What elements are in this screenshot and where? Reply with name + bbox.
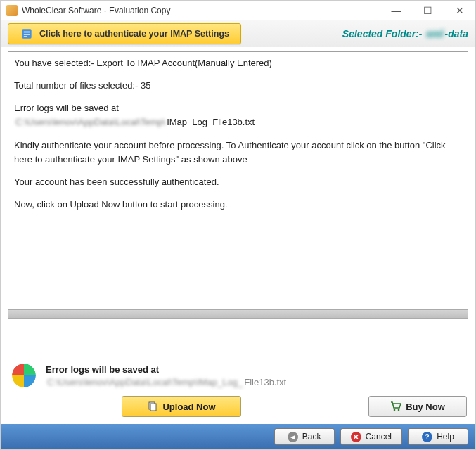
- back-icon: ◄: [288, 432, 298, 442]
- svg-rect-5: [150, 404, 156, 411]
- selected-folder-value: -data: [445, 28, 468, 39]
- bottom-path-blur: C:\Users\lenov\AppData\Local\Temp\IMap_L…: [46, 377, 244, 387]
- back-button[interactable]: ◄ Back: [274, 428, 335, 445]
- svg-rect-1: [24, 32, 30, 33]
- action-row: Upload Now Buy Now: [1, 390, 475, 424]
- authenticate-label: Click here to authenticate your IMAP Set…: [39, 29, 229, 39]
- app-icon: [6, 5, 18, 16]
- upload-icon: [147, 401, 158, 412]
- log-line-instruction: Kindly authenticate your account before …: [14, 139, 462, 167]
- upload-label: Upload Now: [162, 401, 215, 412]
- pie-chart-icon: [12, 364, 36, 387]
- buy-now-button[interactable]: Buy Now: [368, 396, 467, 417]
- log-line-errorlog: Error logs will be saved at C:\Users\len…: [14, 101, 462, 129]
- close-button[interactable]: ✕: [444, 1, 475, 20]
- help-button[interactable]: ? Help: [408, 428, 468, 445]
- svg-point-7: [398, 409, 400, 411]
- cancel-label: Cancel: [366, 432, 392, 442]
- selected-folder-label: Selected Folder:-: [342, 28, 423, 39]
- cancel-button[interactable]: ✕ Cancel: [340, 428, 402, 445]
- svg-rect-3: [24, 36, 27, 37]
- window-title: WholeClear Software - Evaluation Copy: [22, 6, 380, 15]
- window-controls: — ☐ ✕: [380, 1, 475, 20]
- back-label: Back: [302, 432, 321, 442]
- selected-folder-display: Selected Folder:- eml-data: [342, 28, 468, 39]
- maximize-button[interactable]: ☐: [412, 1, 444, 20]
- help-label: Help: [437, 432, 454, 442]
- progress-bar: [8, 309, 468, 319]
- footer-bar: ◄ Back ✕ Cancel ? Help: [1, 424, 475, 449]
- app-window: WholeClear Software - Evaluation Copy — …: [0, 0, 476, 450]
- upload-now-button[interactable]: Upload Now: [122, 396, 241, 417]
- buy-label: Buy Now: [406, 401, 445, 412]
- log-line-filecount: Total number of files selected:- 35: [14, 79, 462, 93]
- content-area: You have selected:- Export To IMAP Accou…: [1, 47, 475, 390]
- bottom-path-clear: File13b.txt: [244, 377, 286, 387]
- bottom-info: Error logs will be saved at C:\Users\len…: [8, 361, 468, 390]
- bottom-title: Error logs will be saved at: [46, 364, 159, 375]
- svg-point-6: [394, 409, 396, 411]
- log-line-auth-success: Your account has been successfully authe…: [14, 175, 462, 189]
- authenticate-button[interactable]: Click here to authenticate your IMAP Set…: [8, 23, 241, 44]
- cart-icon: [390, 401, 401, 412]
- settings-icon: [20, 27, 34, 41]
- log-line-upload-hint: Now, click on Upload Now button to start…: [14, 198, 462, 212]
- toolbar: Click here to authenticate your IMAP Set…: [1, 20, 475, 47]
- help-icon: ?: [422, 432, 432, 442]
- cancel-icon: ✕: [351, 432, 361, 442]
- minimize-button[interactable]: —: [380, 1, 412, 20]
- titlebar: WholeClear Software - Evaluation Copy — …: [1, 1, 475, 20]
- log-line-selection: You have selected:- Export To IMAP Accou…: [14, 56, 462, 70]
- svg-rect-2: [24, 34, 30, 35]
- selected-folder-blur: eml: [425, 28, 444, 39]
- bottom-text: Error logs will be saved at C:\Users\len…: [46, 364, 286, 387]
- log-panel: You have selected:- Export To IMAP Accou…: [8, 51, 468, 274]
